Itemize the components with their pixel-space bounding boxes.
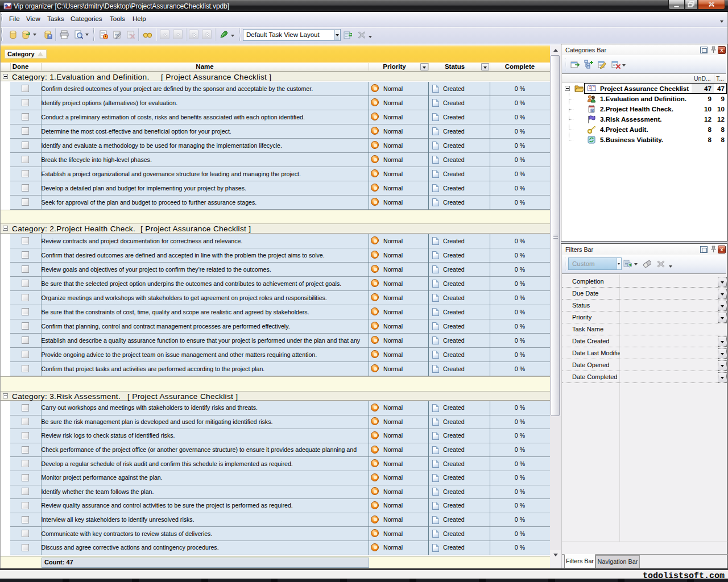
- svg-text:5: 5: [592, 109, 593, 113]
